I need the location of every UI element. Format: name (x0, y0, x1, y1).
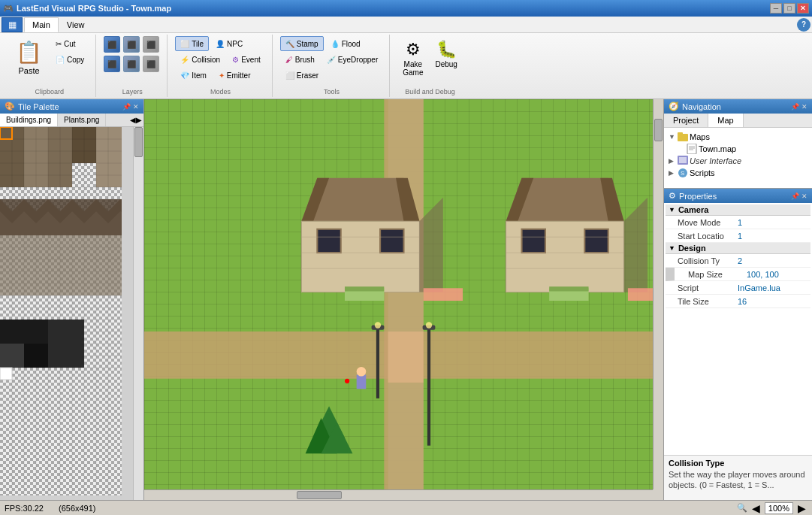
tile-tab-prev[interactable]: ◀ (130, 116, 136, 124)
nav-close-button[interactable]: ✕ (801, 103, 807, 111)
npc-mode-button[interactable]: 👤NPC (210, 36, 248, 51)
tile-scrollbar-thumb[interactable] (134, 127, 143, 157)
map-scrollbar-horizontal[interactable] (144, 489, 653, 500)
svg-rect-82 (427, 328, 430, 446)
navigation-tree: ▼ Maps Town.map ▶ User Interface (664, 128, 812, 188)
build-buttons: ⚙ Make Game 🐛 Debug (397, 36, 463, 85)
map-canvas-area[interactable] (144, 99, 663, 500)
flood-tool-button[interactable]: 💧Flood (325, 36, 366, 51)
svg-marker-63 (419, 198, 442, 292)
tile-tab-plants[interactable]: Plants.png (58, 114, 106, 126)
map-hscroll-thumb[interactable] (297, 491, 342, 499)
eraser-tool-button[interactable]: ⬜Eraser (280, 68, 324, 83)
svg-point-87 (345, 379, 349, 383)
maps-expand-icon[interactable]: ▼ (669, 133, 678, 141)
tree-item-ui[interactable]: ▶ User Interface (667, 155, 809, 167)
nav-pin-button[interactable]: 📌 (791, 103, 799, 111)
collision-mode-button[interactable]: ⚡Collision (175, 52, 225, 67)
svg-point-84 (426, 322, 432, 328)
tile-mode-button[interactable]: ⬜Tile (175, 36, 209, 51)
map-canvas[interactable] (144, 99, 663, 500)
svg-rect-57 (301, 221, 419, 292)
layer-btn-5[interactable]: ⬛ (123, 56, 140, 72)
tile-tab-buildings[interactable]: Buildings.png (0, 114, 58, 126)
minimize-button[interactable]: ─ (770, 3, 782, 14)
paste-button[interactable]: 📋 Paste (9, 36, 49, 79)
svg-rect-91 (424, 288, 463, 301)
svg-rect-46 (0, 368, 12, 380)
layer-btn-2[interactable]: ⬛ (123, 36, 140, 53)
layer-btn-4[interactable]: ⬛ (104, 56, 120, 72)
nav-tab-project[interactable]: Project (664, 114, 708, 127)
tile-tab-nav: ◀ ▶ (128, 114, 143, 126)
emitter-mode-button[interactable]: ✦Emitter (213, 68, 256, 83)
design-section[interactable]: ▼ Design (666, 243, 810, 254)
tile-palette-content[interactable] (0, 127, 143, 500)
status-left: FPS:30.22 (656x491) (5, 504, 96, 513)
svg-rect-100 (679, 157, 687, 163)
svg-rect-72 (584, 229, 608, 253)
tile-palette-tabs: Buildings.png Plants.png ◀ ▶ (0, 114, 143, 127)
main-layout: 🎨 Tile Palette 📌 ✕ Buildings.png Plants.… (0, 99, 812, 500)
svg-rect-85 (357, 374, 367, 389)
props-pin-button[interactable]: 📌 (791, 192, 799, 200)
close-button[interactable]: ✕ (797, 3, 809, 14)
svg-rect-44 (0, 344, 24, 368)
tree-item-townmap[interactable]: Town.map (667, 143, 809, 155)
prop-move-mode: Move Mode 1 (666, 216, 810, 229)
svg-rect-95 (687, 144, 696, 154)
help-button[interactable]: ? (797, 18, 810, 32)
tile-palette-controls: 📌 ✕ (122, 103, 139, 111)
event-mode-button[interactable]: ⚙Event (227, 52, 266, 67)
debug-button[interactable]: 🐛 Debug (430, 36, 462, 72)
right-panel: 🧭 Navigation 📌 ✕ Project Map ▼ Maps (663, 99, 812, 500)
nav-controls: 📌 ✕ (791, 103, 807, 111)
menu-tab-main[interactable]: Main (24, 17, 59, 32)
map-scrollbar-vertical[interactable] (653, 99, 663, 489)
camera-expand-icon: ▼ (669, 206, 675, 214)
map-scroll-corner (653, 489, 663, 500)
layer-btn-3[interactable]: ⬛ (143, 36, 159, 53)
eyedropper-tool-button[interactable]: 💉EyeDropper (321, 52, 383, 67)
tile-palette-close-button[interactable]: ✕ (133, 103, 139, 111)
tile-palette-scrollbar[interactable] (133, 127, 143, 500)
tree-item-maps[interactable]: ▼ Maps (667, 131, 809, 143)
layer-btn-6[interactable]: ⬛ (143, 56, 159, 72)
scripts-expand-icon[interactable]: ▶ (669, 169, 678, 177)
tile-tab-next[interactable]: ▶ (136, 116, 142, 124)
copy-button[interactable]: 📄Copy (50, 52, 89, 67)
zoom-out-button[interactable]: ◀ (750, 502, 762, 514)
menu-tab-view[interactable]: View (59, 17, 93, 32)
tree-item-scripts[interactable]: ▶ S Scripts (667, 167, 809, 179)
svg-marker-68 (600, 178, 623, 222)
svg-rect-43 (48, 320, 84, 368)
stamp-tool-button[interactable]: 🔨Stamp (280, 36, 324, 51)
layer-btn-1[interactable]: ⬛ (104, 36, 120, 53)
tile-palette-pin-button[interactable]: 📌 (122, 103, 131, 111)
ui-expand-icon[interactable]: ▶ (669, 157, 678, 165)
tile-palette-title: Tile Palette (18, 102, 59, 111)
maximize-button[interactable]: □ (783, 3, 795, 14)
nav-tab-map[interactable]: Map (708, 114, 743, 127)
map-vscroll-thumb[interactable] (654, 119, 663, 141)
svg-rect-70 (506, 221, 624, 292)
svg-marker-90 (321, 422, 353, 453)
ribbon: 📋 Paste ✂Cut 📄Copy Clipboard ⬛ ⬛ ⬛ ⬛ ⬛ (0, 33, 812, 99)
status-right: 🔍 ◀ 100% ▶ (737, 502, 807, 514)
zoom-in-button[interactable]: ▶ (796, 502, 807, 514)
props-close-button[interactable]: ✕ (801, 192, 807, 200)
svg-marker-88 (313, 406, 345, 438)
brush-tool-button[interactable]: 🖌Brush (280, 52, 320, 67)
cut-button[interactable]: ✂Cut (50, 36, 89, 51)
build-label: Build and Debug (405, 86, 455, 95)
tile-palette-title-area: 🎨 Tile Palette (5, 101, 59, 111)
build-debug-group: ⚙ Make Game 🐛 Debug Build and Debug (391, 35, 469, 97)
modes-label: Modes (210, 86, 231, 95)
app-menu-icon[interactable]: ▦ (2, 17, 23, 32)
tooltip-title: Collision Type (669, 459, 807, 468)
make-game-button[interactable]: ⚙ Make Game (397, 36, 428, 80)
camera-section[interactable]: ▼ Camera (666, 204, 810, 216)
svg-rect-77 (549, 288, 588, 301)
properties-header: ⚙ Properties 📌 ✕ (664, 189, 812, 203)
item-mode-button[interactable]: 💎Item (175, 68, 211, 83)
